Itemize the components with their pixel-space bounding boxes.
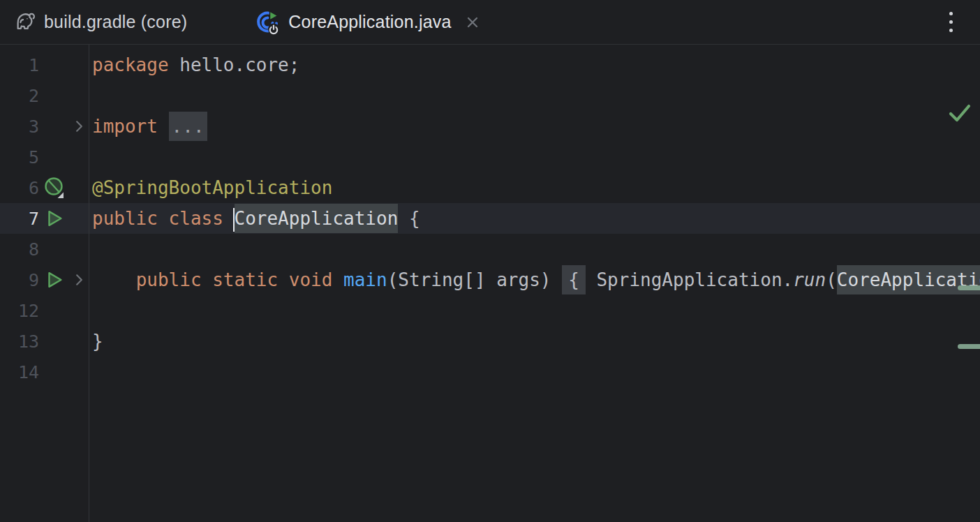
code-segment-italic: run [793, 269, 826, 290]
code-segment-hl: CoreApplication [235, 204, 399, 233]
gutter: 9 [0, 264, 89, 295]
code-segment-kw: package [92, 54, 179, 75]
gutter-separator [89, 45, 89, 522]
line-number: 8 [0, 239, 39, 260]
tabbar-spacer [497, 0, 937, 44]
code-segment-plain: ( [826, 269, 837, 290]
code-text[interactable]: public static void main(String[] args) {… [89, 264, 980, 295]
code-segment-ann: @SpringBootApplication [92, 177, 332, 198]
code-text[interactable]: } [89, 326, 980, 357]
code-text[interactable]: public class CoreApplication { [89, 203, 980, 234]
run-icon[interactable] [39, 207, 70, 230]
gutter: 1 [0, 50, 89, 80]
change-marker [958, 285, 980, 290]
gutter: 14 [0, 357, 89, 387]
code-line-2[interactable]: 2 [0, 80, 980, 111]
code-text[interactable]: import ... [89, 111, 980, 142]
code-line-12[interactable]: 12 [0, 295, 980, 326]
code-segment-plain: } [92, 331, 103, 352]
code-editor[interactable]: 1package hello.core;23import ...56@Sprin… [0, 45, 980, 522]
gutter: 5 [0, 142, 89, 172]
change-marker [958, 344, 980, 349]
code-line-8[interactable]: 8 [0, 234, 980, 264]
tab-label: CoreApplication.java [288, 12, 451, 32]
code-line-14[interactable]: 14 [0, 357, 980, 387]
line-number: 6 [0, 178, 39, 198]
line-number: 3 [0, 117, 39, 137]
code-line-6[interactable]: 6@SpringBootApplication [0, 172, 980, 203]
line-number: 2 [0, 86, 39, 106]
tab-core-application[interactable]: CoreApplication.java [239, 0, 496, 44]
code-line-3[interactable]: 3import ... [0, 111, 980, 142]
editor-tab-bar: build.gradle (core) CoreApplication.java [0, 0, 980, 45]
line-number: 7 [0, 209, 39, 229]
line-number: 14 [0, 362, 39, 382]
code-segment-plain: (String[] args) [387, 269, 562, 290]
gutter: 8 [0, 234, 89, 264]
code-text[interactable]: @SpringBootApplication [89, 172, 980, 203]
line-number: 5 [0, 147, 39, 167]
gutter: 13 [0, 326, 89, 357]
close-icon[interactable] [463, 13, 482, 31]
gutter: 7 [0, 203, 89, 234]
line-number: 9 [0, 270, 39, 290]
fold-chevron-icon[interactable] [70, 273, 89, 287]
code-segment-kw: public class [92, 208, 235, 229]
code-line-1[interactable]: 1package hello.core; [0, 50, 980, 80]
code-line-9[interactable]: 9 public static void main(String[] args)… [0, 264, 980, 295]
run-icon[interactable] [39, 269, 70, 291]
code-segment-kw: import [92, 116, 169, 137]
code-segment-plain: hello.core; [179, 54, 299, 75]
code-segment-plain: SpringApplication. [586, 269, 793, 290]
gutter: 2 [0, 80, 89, 111]
inspections-check-icon[interactable] [948, 102, 972, 124]
code-line-13[interactable]: 13} [0, 326, 980, 357]
spring-bean-icon[interactable] [39, 176, 70, 200]
code-segment-method: main [343, 269, 387, 290]
code-line-5[interactable]: 5 [0, 142, 980, 172]
tab-label: build.gradle (core) [44, 12, 187, 32]
kebab-menu-icon[interactable] [937, 0, 965, 44]
code-segment-kw: public static void [136, 269, 343, 290]
code-text[interactable]: package hello.core; [89, 50, 980, 80]
code-segment-plain [92, 269, 136, 290]
gutter: 12 [0, 295, 89, 326]
code-lines: 1package hello.core;23import ...56@Sprin… [0, 50, 980, 387]
line-number: 13 [0, 331, 39, 352]
code-line-7[interactable]: 7public class CoreApplication { [0, 203, 980, 234]
code-segment-plain: { [398, 208, 420, 229]
code-segment-foldbox: ... [169, 112, 207, 141]
gradle-elephant-icon [11, 9, 38, 36]
gutter: 3 [0, 111, 89, 142]
active-tab-underline [239, 40, 496, 44]
fold-chevron-icon[interactable] [70, 119, 89, 133]
line-number: 1 [0, 55, 39, 75]
gutter: 6 [0, 172, 89, 203]
code-segment-bracebox: { [562, 265, 586, 294]
tab-build-gradle[interactable]: build.gradle (core) [0, 0, 201, 44]
line-number: 12 [0, 301, 39, 321]
spring-boot-run-icon [254, 9, 281, 36]
